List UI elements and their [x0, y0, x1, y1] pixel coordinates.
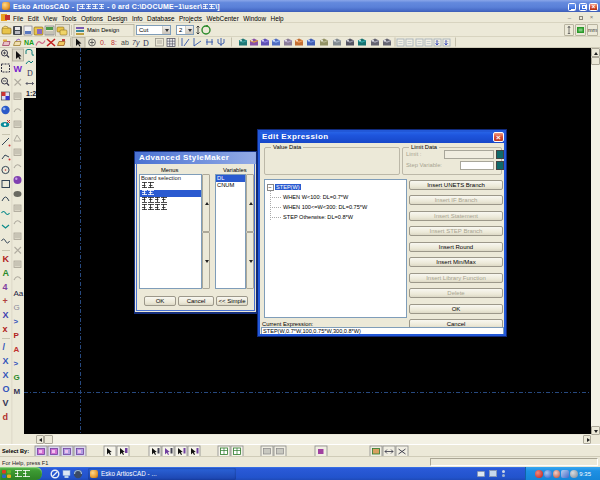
svg-text:8:: 8:: [111, 39, 117, 46]
svg-text:0.: 0.: [100, 39, 106, 46]
svg-text:A: A: [14, 345, 20, 354]
svg-text:G: G: [14, 373, 20, 382]
svg-text:>: >: [14, 359, 19, 368]
svg-text:W: W: [14, 64, 23, 74]
svg-text:X: X: [3, 370, 9, 380]
svg-text:D: D: [27, 69, 33, 78]
svg-text:Aa: Aa: [14, 289, 24, 298]
svg-text:G: G: [14, 303, 20, 312]
svg-text:O: O: [3, 384, 10, 394]
svg-text:+: +: [3, 296, 8, 306]
svg-text:/: /: [3, 342, 6, 352]
svg-text:7y: 7y: [132, 39, 140, 47]
svg-text:4: 4: [3, 282, 8, 292]
svg-text:ab: ab: [121, 39, 129, 46]
svg-text:X: X: [3, 310, 9, 320]
svg-text:x: x: [3, 324, 8, 334]
svg-text:D: D: [143, 39, 149, 48]
svg-text:M: M: [14, 387, 21, 396]
svg-text:d: d: [3, 412, 9, 422]
svg-text:P: P: [14, 331, 20, 340]
svg-text:K: K: [3, 254, 10, 264]
svg-text:1:2: 1:2: [26, 90, 36, 97]
svg-text:NA: NA: [24, 39, 34, 46]
svg-text:>: >: [14, 317, 19, 326]
svg-text:V: V: [3, 398, 9, 408]
svg-text:X: X: [3, 356, 9, 366]
svg-text:A: A: [3, 268, 10, 278]
